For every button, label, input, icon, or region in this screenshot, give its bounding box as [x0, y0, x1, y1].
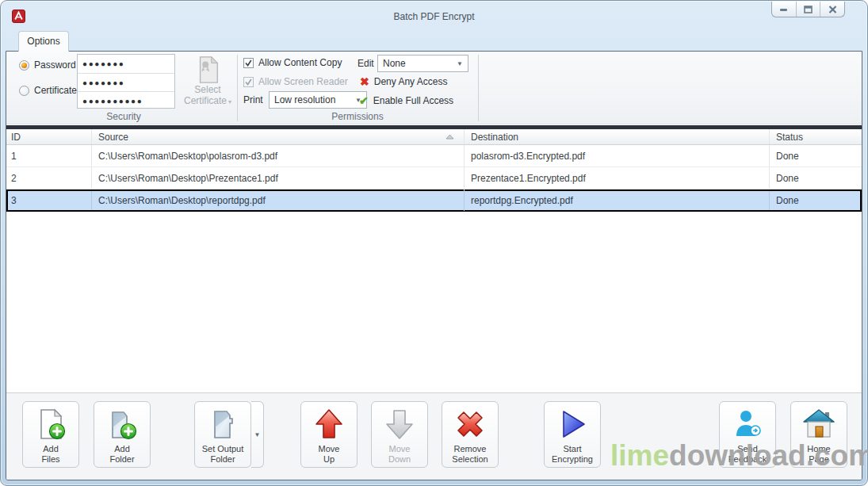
move-up-button[interactable]: MoveUp [300, 401, 358, 468]
deny-any-access-label: Deny Any Access [374, 76, 448, 87]
cell-id: 2 [6, 167, 92, 189]
set-output-folder-button[interactable]: Set OutputFolder [194, 401, 251, 468]
chevron-down-icon: ▼ [254, 431, 261, 438]
button-label: Home [807, 444, 830, 454]
close-button[interactable] [820, 2, 844, 17]
remove-selection-button[interactable]: RemoveSelection [442, 401, 499, 468]
button-label: Files [41, 454, 59, 465]
add-files-button[interactable]: AddFiles [22, 401, 79, 468]
header-source[interactable]: Source [92, 129, 465, 144]
app-window: Batch PDF Encrypt Options [0, 0, 868, 486]
button-label: Remove [452, 444, 488, 454]
red-x-icon: ✖ [360, 76, 369, 87]
button-label: Up [319, 454, 340, 465]
window-controls [771, 2, 845, 17]
header-status[interactable]: Status [770, 129, 862, 144]
cell-id: 3 [6, 189, 92, 211]
cell-source: C:\Users\Roman\Desktop\polasrom-d3.pdf [92, 145, 465, 166]
certificate-radio-icon[interactable] [19, 86, 29, 96]
tab-options[interactable]: Options [18, 31, 69, 52]
table-header: ID Source Destination Status [6, 129, 862, 145]
deny-any-access-button[interactable]: ✖ Deny Any Access [360, 76, 447, 87]
close-icon [828, 6, 837, 13]
start-encrypting-button[interactable]: StartEncrypting [544, 401, 601, 468]
table-row-selected[interactable]: 3 C:\Users\Roman\Desktop\reportdpg.pdf r… [6, 189, 862, 212]
password-input[interactable]: ●●●●●●● [78, 55, 174, 73]
enable-full-access-button[interactable]: ✔ Enable Full Access [359, 95, 453, 106]
select-cert-line1: Select [194, 84, 220, 95]
button-label: Set Output [202, 444, 244, 454]
output-folder-icon [205, 407, 240, 442]
enable-full-access-label: Enable Full Access [373, 95, 453, 106]
password-fields: ●●●●●●● ●●●●●●● ●●●●●●●●●● [77, 54, 175, 109]
table-row[interactable]: 1 C:\Users\Roman\Desktop\polasrom-d3.pdf… [6, 145, 862, 167]
titlebar: Batch PDF Encrypt [1, 1, 867, 31]
allow-screen-reader-label: Allow Screen Reader [258, 76, 348, 87]
file-table: ID Source Destination Status 1 C:\Users\… [6, 129, 862, 392]
set-output-folder-dropdown[interactable]: ▼ [251, 401, 264, 468]
password-radio-icon[interactable] [19, 60, 29, 71]
send-feedback-icon [730, 407, 765, 442]
header-source-label: Source [98, 132, 128, 143]
edit-label: Edit [358, 58, 374, 69]
header-id[interactable]: ID [6, 129, 92, 144]
cell-destination: Prezentace1.Encrypted.pdf [465, 167, 770, 189]
print-dropdown-value: Low resolution [274, 94, 335, 105]
button-label: Encrypting [552, 454, 593, 465]
cell-destination: polasrom-d3.Encrypted.pdf [465, 145, 770, 166]
button-label: Selection [452, 454, 488, 465]
green-check-icon: ✔ [359, 95, 369, 106]
add-folder-button[interactable]: AddFolder [94, 401, 151, 468]
chevron-down-icon: ▾ [228, 98, 231, 105]
edit-dropdown[interactable]: None ▼ [377, 55, 468, 72]
button-label: Start [552, 444, 593, 454]
table-row[interactable]: 2 C:\Users\Roman\Desktop\Prezentace1.pdf… [6, 167, 862, 189]
select-certificate-button[interactable]: Select Certificate▾ [182, 53, 234, 110]
move-down-button: MoveDown [371, 401, 428, 468]
button-label: Send [728, 444, 767, 454]
checkbox-checked-disabled-icon [243, 77, 254, 87]
add-folder-icon [105, 407, 140, 442]
button-label: Folder [202, 454, 244, 465]
button-label: Add [109, 444, 134, 454]
button-label: Folder [109, 454, 134, 465]
maximize-button[interactable] [796, 2, 820, 17]
window-title: Batch PDF Encrypt [1, 11, 867, 22]
print-dropdown[interactable]: Low resolution ▼ [269, 91, 367, 109]
confirm-password-input[interactable]: ●●●●●●● [78, 73, 174, 91]
button-label: Move [388, 444, 411, 454]
cell-source: C:\Users\Roman\Desktop\Prezentace1.pdf [92, 167, 465, 189]
button-label: Add [41, 444, 59, 454]
ribbon: Password Certificate ●●●●●●● ●●●●●●● ●●●… [6, 52, 862, 124]
permissions-group-label: Permissions [239, 111, 476, 122]
app-content: Password Certificate ●●●●●●● ●●●●●●● ●●●… [6, 51, 862, 480]
password-label: Password [34, 59, 76, 71]
certificate-icon [194, 55, 221, 84]
security-group-label: Security [12, 111, 235, 122]
remove-selection-icon [453, 407, 488, 442]
button-label: Feedback [728, 454, 767, 465]
security-password-row[interactable]: Password [19, 59, 76, 71]
group-divider [478, 55, 479, 121]
owner-password-input[interactable]: ●●●●●●●●●● [78, 91, 174, 109]
add-files-icon [33, 407, 68, 442]
home-page-button[interactable]: HomePage [790, 401, 847, 468]
button-label: Move [319, 444, 340, 454]
security-certificate-row[interactable]: Certificate [19, 85, 77, 96]
cell-status: Done [770, 189, 862, 211]
chevron-down-icon: ▼ [457, 60, 463, 67]
button-label: Page [807, 454, 830, 465]
allow-content-copy-checkbox[interactable]: Allow Content Copy [243, 57, 342, 68]
minimize-button[interactable] [772, 2, 796, 17]
header-destination[interactable]: Destination [465, 129, 770, 144]
cell-destination: reportdpg.Encrypted.pdf [465, 189, 770, 211]
minimize-icon [779, 6, 788, 13]
cell-status: Done [770, 145, 862, 166]
send-feedback-button[interactable]: SendFeedback [719, 401, 776, 468]
cell-source: C:\Users\Roman\Desktop\reportdpg.pdf [92, 189, 465, 211]
cell-status: Done [770, 167, 862, 189]
select-cert-line2: Certificate [184, 95, 227, 106]
move-down-icon [382, 407, 417, 442]
bottom-toolbar: AddFiles [6, 392, 862, 480]
button-label: Down [388, 454, 411, 465]
